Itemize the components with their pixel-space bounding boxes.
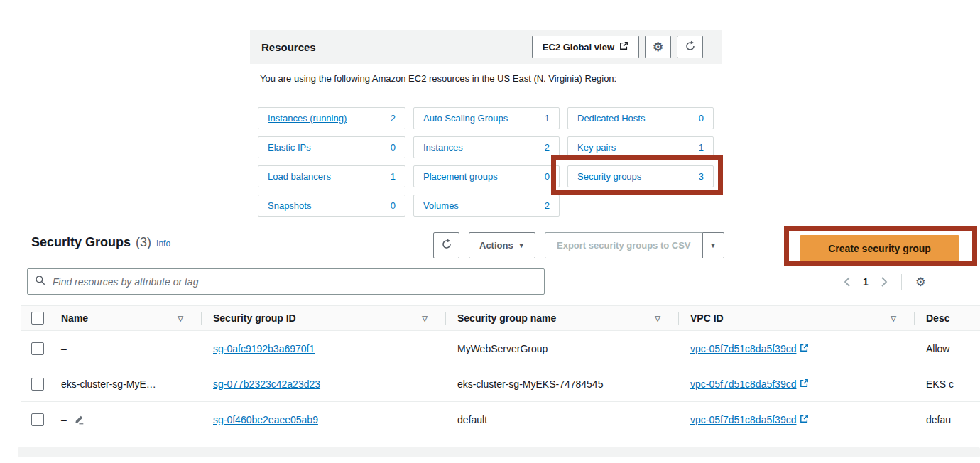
security-group-id-link[interactable]: sg-077b2323c42a23d23: [213, 378, 320, 390]
ec2-global-view-button[interactable]: EC2 Global view: [532, 36, 639, 58]
tile-dedicated-hosts-count: 0: [699, 113, 704, 124]
header-sg-name: Security group name ▽: [446, 306, 679, 330]
tile-instances-running-link[interactable]: Instances (running): [268, 113, 347, 124]
tile-auto-scaling-groups[interactable]: Auto Scaling Groups 1: [413, 107, 560, 129]
chevron-down-icon: ▼: [710, 242, 717, 249]
tile-placement-groups-link[interactable]: Placement groups: [423, 171, 498, 182]
row-name: eks-cluster-sg-MyE…: [58, 366, 202, 401]
info-link[interactable]: Info: [156, 239, 170, 249]
search-input[interactable]: [51, 276, 537, 288]
header-name-label: Name: [61, 312, 88, 324]
security-groups-title: Security Groups (3) Info: [31, 235, 170, 250]
ec2-global-view-label: EC2 Global view: [543, 42, 614, 53]
sort-icon[interactable]: ▽: [422, 315, 428, 322]
row-checkbox[interactable]: [31, 378, 44, 391]
chevron-down-icon: ▼: [518, 242, 525, 249]
row-checkbox[interactable]: [31, 342, 44, 355]
security-group-id-link[interactable]: sg-0afc9192b3a6970f1: [213, 343, 315, 354]
tile-dedicated-hosts-link[interactable]: Dedicated Hosts: [577, 113, 645, 124]
row-description: EKS c: [915, 366, 980, 401]
create-security-group-label: Create security group: [828, 243, 931, 254]
gear-icon: ⚙: [653, 41, 663, 53]
actions-label: Actions: [479, 240, 513, 251]
tile-placement-groups-count: 0: [545, 171, 550, 182]
header-name: Name ▽: [58, 306, 202, 330]
header-sg-id-label: Security group ID: [213, 312, 296, 324]
tile-auto-scaling-groups-link[interactable]: Auto Scaling Groups: [423, 113, 508, 124]
export-dropdown-button[interactable]: ▼: [702, 232, 724, 258]
resource-tiles-grid: Instances (running) 2 Auto Scaling Group…: [258, 107, 714, 217]
tile-placement-groups[interactable]: Placement groups 0: [413, 165, 560, 187]
row-name: –: [61, 414, 67, 425]
tile-load-balancers-count: 1: [391, 171, 396, 182]
vpc-id-link[interactable]: vpc-05f7d51c8da5f39cd: [690, 414, 809, 425]
tile-load-balancers-link[interactable]: Load balancers: [268, 171, 331, 182]
edit-name-icon[interactable]: [74, 415, 84, 425]
page-title: Security Groups: [31, 235, 131, 250]
tile-volumes[interactable]: Volumes 2: [413, 195, 560, 217]
sort-icon[interactable]: ▽: [891, 315, 896, 322]
external-link-icon: [800, 414, 809, 425]
tile-snapshots[interactable]: Snapshots 0: [258, 195, 405, 217]
header-sg-id: Security group ID ▽: [202, 306, 446, 330]
vpc-id-link[interactable]: vpc-05f7d51c8da5f39cd: [690, 343, 809, 354]
export-split-button: Export security groups to CSV ▼: [545, 232, 724, 258]
select-all-checkbox[interactable]: [31, 312, 44, 325]
tile-instances-running[interactable]: Instances (running) 2: [258, 107, 405, 129]
tile-security-groups-link[interactable]: Security groups: [577, 171, 641, 182]
vpc-id-text: vpc-05f7d51c8da5f39cd: [690, 343, 796, 354]
tile-volumes-count: 2: [545, 200, 550, 211]
tile-key-pairs-link[interactable]: Key pairs: [577, 142, 616, 153]
vpc-id-link[interactable]: vpc-05f7d51c8da5f39cd: [690, 378, 809, 390]
vpc-id-text: vpc-05f7d51c8da5f39cd: [690, 414, 796, 425]
security-group-id-link[interactable]: sg-0f460be2eaee05ab9: [213, 414, 318, 425]
resources-refresh-button[interactable]: [677, 36, 703, 58]
export-csv-label: Export security groups to CSV: [557, 240, 691, 251]
create-security-group-button[interactable]: Create security group: [800, 235, 959, 262]
tile-instances-link[interactable]: Instances: [423, 142, 463, 153]
row-sg-name: default: [446, 402, 679, 437]
external-link-icon: [800, 378, 809, 390]
refresh-icon: [441, 239, 452, 252]
tile-instances[interactable]: Instances 2: [413, 136, 560, 158]
row-name: –: [58, 331, 202, 366]
tile-load-balancers[interactable]: Load balancers 1: [258, 165, 405, 187]
footer-divider: [18, 447, 980, 457]
previous-page-button[interactable]: [844, 277, 851, 287]
resources-settings-button[interactable]: ⚙: [645, 36, 671, 58]
row-checkbox[interactable]: [31, 413, 44, 426]
row-description: Allow: [915, 331, 980, 366]
current-page-number: 1: [863, 276, 869, 288]
tile-security-groups-count: 3: [699, 171, 704, 182]
row-sg-name: MyWebServerGroup: [446, 331, 679, 366]
external-link-icon: [800, 343, 809, 354]
table-settings-button[interactable]: ⚙: [915, 276, 926, 288]
table-row: – sg-0f460be2eaee05ab9 default vpc-05f7d…: [21, 402, 980, 437]
tile-snapshots-link[interactable]: Snapshots: [268, 200, 311, 211]
table-row: eks-cluster-sg-MyE… sg-077b2323c42a23d23…: [21, 366, 980, 402]
next-page-button[interactable]: [881, 277, 888, 287]
sort-icon[interactable]: ▽: [655, 315, 660, 322]
security-groups-count: (3): [136, 235, 151, 250]
external-link-icon: [619, 41, 628, 53]
tile-dedicated-hosts[interactable]: Dedicated Hosts 0: [567, 107, 714, 129]
tile-volumes-link[interactable]: Volumes: [423, 200, 459, 211]
tile-key-pairs[interactable]: Key pairs 1: [567, 136, 714, 158]
refresh-icon: [685, 40, 696, 54]
search-bar: [27, 268, 545, 295]
row-description: defau: [915, 402, 980, 437]
table-header-row: Name ▽ Security group ID ▽ Security grou…: [21, 305, 980, 331]
actions-dropdown-button[interactable]: Actions ▼: [469, 232, 535, 258]
header-vpc-id-label: VPC ID: [690, 312, 724, 324]
pagination-divider: [901, 274, 902, 290]
tile-elastic-ips[interactable]: Elastic IPs 0: [258, 136, 405, 158]
tile-elastic-ips-count: 0: [391, 142, 396, 153]
tile-elastic-ips-link[interactable]: Elastic IPs: [268, 142, 311, 153]
tile-security-groups[interactable]: Security groups 3: [567, 165, 714, 187]
tile-auto-scaling-groups-count: 1: [545, 113, 550, 124]
export-csv-button[interactable]: Export security groups to CSV: [545, 232, 702, 258]
pagination: 1 ⚙: [844, 273, 926, 290]
table-row: – sg-0afc9192b3a6970f1 MyWebServerGroup …: [21, 331, 980, 366]
table-refresh-button[interactable]: [433, 232, 459, 258]
sort-icon[interactable]: ▽: [178, 315, 183, 322]
